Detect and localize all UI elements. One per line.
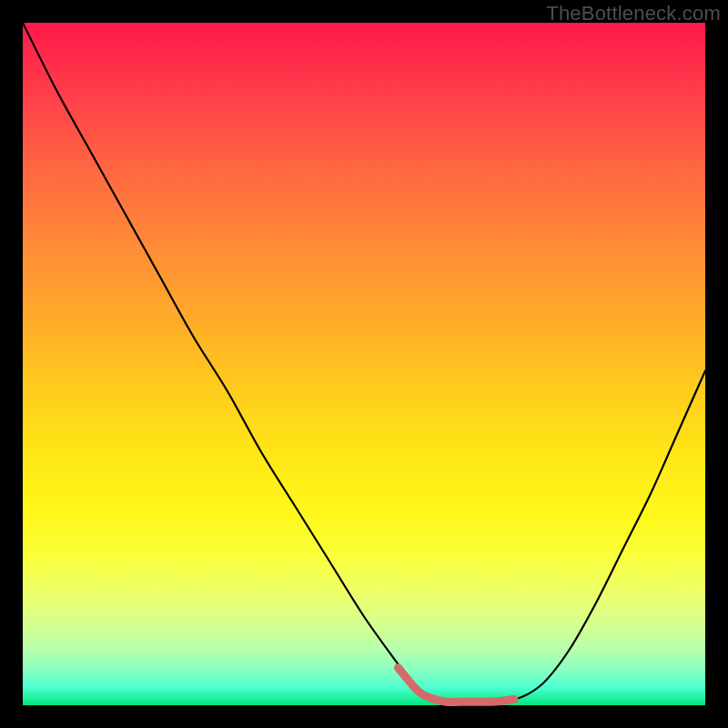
curve-layer	[23, 23, 705, 705]
bottleneck-curve	[23, 23, 705, 703]
watermark-text: TheBottleneck.com	[546, 2, 721, 25]
optimal-range-highlight	[399, 668, 515, 703]
chart-frame: TheBottleneck.com	[0, 0, 728, 728]
plot-area	[23, 23, 705, 705]
